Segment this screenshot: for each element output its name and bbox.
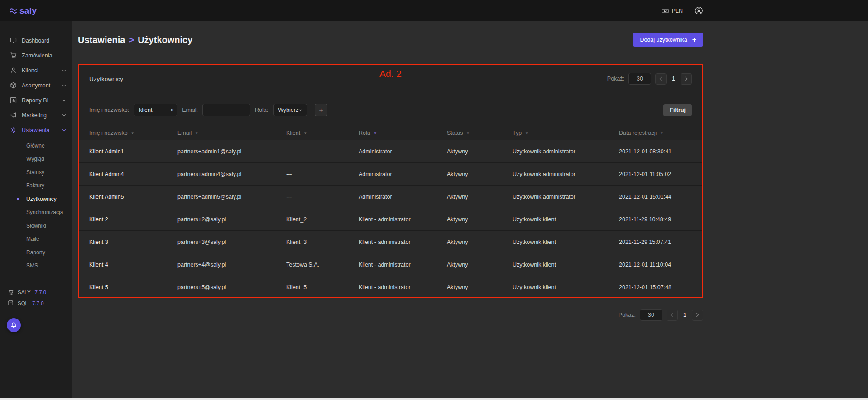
table-row[interactable]: Klient Admin4 partners+admin4@saly.pl --… (78, 162, 703, 185)
sidebar-item-settings[interactable]: Ustawienia (0, 123, 72, 138)
sidebar-subitem[interactable]: Maile (0, 233, 72, 246)
next-page-button[interactable] (692, 310, 703, 321)
version-number: 7.7.0 (32, 300, 44, 306)
chevron-down-icon (62, 69, 66, 72)
role-select-value: Wybierz (278, 107, 298, 113)
clear-icon[interactable]: × (170, 107, 174, 113)
sidebar-subitem-label: Faktury (26, 182, 44, 189)
table-row[interactable]: Klient 5 partners+5@saly.pl Klient_5 Kli… (78, 276, 703, 298)
prev-page-button[interactable] (667, 310, 678, 321)
filter-submit-button[interactable]: Filtruj (663, 104, 692, 116)
account-menu[interactable] (695, 6, 703, 15)
sort-icon[interactable]: ▼ (303, 131, 307, 135)
column-header[interactable]: Email ▼ (177, 130, 286, 136)
sidebar-subitem[interactable]: Raporty (0, 246, 72, 259)
active-dot-icon (17, 265, 19, 267)
package-icon (8, 289, 14, 295)
column-header[interactable]: Typ ▼ (513, 130, 619, 136)
sort-icon[interactable]: ▼ (131, 131, 134, 135)
active-dot-icon (17, 238, 19, 240)
email-filter-input[interactable] (202, 104, 250, 116)
cell-role: Klient - administrator (359, 262, 447, 268)
currency-icon (662, 8, 669, 14)
sidebar-item-label: Marketing (22, 112, 47, 119)
table-header: Imię i nazwisko ▼ Email ▼ Klient ▼ (78, 126, 703, 140)
sidebar-menu: Dashboard Zamówienia Klienci Asorty (0, 21, 72, 274)
column-header[interactable]: Data rejestracji ▼ (619, 130, 692, 136)
sidebar-subitem-label: Wygląd (26, 156, 44, 162)
sidebar-item-assortment[interactable]: Asortyment (0, 78, 72, 93)
sidebar-subitem[interactable]: Słowniki (0, 219, 72, 233)
chevron-down-icon (298, 109, 302, 111)
users-panel: Użytkownicy Pokaż: 1 Imię i na (78, 64, 703, 298)
cell-status: Aktywny (447, 194, 513, 200)
cell-status: Aktywny (447, 284, 513, 290)
sidebar-subitem[interactable]: Faktury (0, 179, 72, 193)
sidebar-subitem[interactable]: Statusy (0, 166, 72, 179)
sidebar-subitem[interactable]: SMS (0, 259, 72, 273)
role-filter-label: Rola: (255, 107, 268, 113)
version-row-saly: SALY 7.7.0 (8, 289, 46, 295)
chevron-down-icon (62, 84, 66, 87)
filters-bar: Imię i nazwisko: × Email: Rola: Wybierz … (78, 94, 703, 126)
sidebar-subitem-label: Maile (26, 236, 39, 242)
sort-icon[interactable]: ▼ (525, 131, 528, 135)
sidebar-item-label: Ustawienia (22, 127, 49, 133)
notifications-fab[interactable] (7, 318, 21, 332)
sidebar-item-clients[interactable]: Klienci (0, 63, 72, 78)
sidebar-subitem[interactable]: Użytkownicy (0, 192, 72, 206)
add-filter-button[interactable]: + (315, 104, 327, 116)
role-select[interactable]: Wybierz (273, 104, 307, 116)
column-header[interactable]: Status ▼ (447, 130, 513, 136)
table-row[interactable]: Klient 3 partners+3@saly.pl Klient_3 Kli… (78, 230, 703, 253)
table-row[interactable]: Klient Admin5 partners+admin5@saly.pl --… (78, 185, 703, 208)
sidebar-submenu: Główne Wygląd Statusy Faktury (0, 138, 72, 274)
per-page-input[interactable] (628, 73, 651, 85)
logo-icon (9, 8, 17, 14)
sidebar-item-reports-bi[interactable]: Raporty BI (0, 93, 72, 108)
add-user-button[interactable]: Dodaj użytkownika + (633, 33, 703, 47)
database-icon (8, 300, 14, 306)
cell-type: Użytkownik administrator (513, 194, 619, 200)
sort-icon[interactable]: ▼ (660, 131, 663, 135)
cell-status: Aktywny (447, 239, 513, 245)
sort-icon[interactable]: ▼ (466, 131, 470, 135)
table-row[interactable]: Klient Admin1 partners+admin1@saly.pl --… (78, 140, 703, 162)
cell-registration-date: 2021-12-01 11:10:04 (619, 262, 692, 268)
column-header-label: Email (177, 130, 192, 136)
column-header[interactable]: Rola ▼ (359, 130, 447, 136)
main-content: Ustawienia>Użytkownicy Dodaj użytkownika… (72, 21, 868, 400)
version-name: SQL (18, 300, 28, 306)
column-header[interactable]: Klient ▼ (286, 130, 359, 136)
app-logo[interactable]: saly (9, 6, 37, 16)
prev-page-button[interactable] (655, 73, 667, 85)
sidebar-item-label: Zamówienia (22, 52, 52, 59)
sort-icon[interactable]: ▼ (374, 131, 377, 135)
reports-bi-icon (10, 97, 17, 104)
plus-icon: + (692, 36, 696, 43)
sidebar-subitem-label: Synchronizacja (26, 209, 63, 215)
per-page-input[interactable] (640, 309, 662, 321)
column-header[interactable]: Imię i nazwisko ▼ (89, 130, 177, 136)
breadcrumb-parent[interactable]: Ustawienia (78, 35, 125, 45)
cell-status: Aktywny (447, 262, 513, 268)
panel-head: Użytkownicy Pokaż: 1 (78, 64, 703, 94)
window-edge-strip (0, 398, 868, 400)
cell-type: Użytkownik administrator (513, 148, 619, 155)
column-header-label: Rola (359, 130, 370, 136)
currency-selector[interactable]: PLN (662, 8, 683, 14)
table-row[interactable]: Klient 2 partners+2@saly.pl Klient_2 Kli… (78, 208, 703, 230)
cell-client: --- (286, 194, 359, 200)
sidebar-subitem[interactable]: Główne (0, 139, 72, 152)
sidebar-subitem-label: SMS (26, 262, 38, 269)
per-page-label: Pokaż: (619, 312, 636, 318)
sidebar-subitem[interactable]: Synchronizacja (0, 206, 72, 219)
sidebar-subitem[interactable]: Wygląd (0, 152, 72, 166)
sort-icon[interactable]: ▼ (195, 131, 198, 135)
sidebar-item-orders[interactable]: Zamówienia (0, 48, 72, 63)
next-page-button[interactable] (681, 73, 692, 85)
sidebar-item-marketing[interactable]: Marketing (0, 108, 72, 123)
cell-registration-date: 2021-12-01 08:30:41 (619, 148, 692, 155)
table-row[interactable]: Klient 4 partners+4@saly.pl Testowa S.A.… (78, 253, 703, 276)
sidebar-item-dashboard[interactable]: Dashboard (0, 33, 72, 48)
